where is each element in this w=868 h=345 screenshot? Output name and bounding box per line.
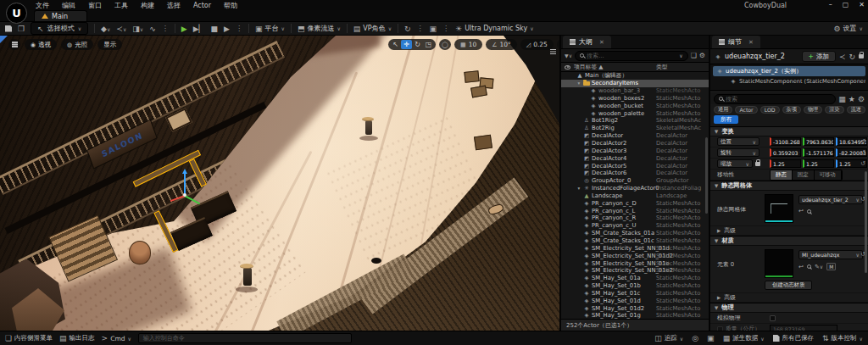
- level-viewport[interactable]: SALOON: [0, 36, 559, 331]
- rotate-tool[interactable]: ↻: [412, 40, 423, 49]
- outliner-row[interactable]: Bot2Rig SkeletalMeshAc: [561, 125, 709, 132]
- outliner-row[interactable]: SM_Hay_Set_01g StaticMeshActo: [561, 312, 709, 319]
- reset-scale-icon[interactable]: ↺: [860, 160, 865, 167]
- outliner-row[interactable]: PR_canyon_c_D StaticMeshActo: [561, 199, 709, 207]
- menu-item[interactable]: 编辑: [62, 1, 75, 10]
- stop-button[interactable]: ■: [211, 25, 219, 33]
- outliner-row[interactable]: DecalActor6 DecalActor: [561, 170, 709, 177]
- platforms-dropdown[interactable]: ▣ 平台 ∨: [255, 24, 285, 33]
- outliner-row[interactable]: wooden_bar_3 StaticMeshActo: [561, 87, 709, 95]
- advanced-row[interactable]: ▶ 高级: [710, 226, 868, 236]
- crate[interactable]: [474, 135, 492, 151]
- scale-y-input[interactable]: 1.25: [803, 159, 834, 168]
- filter-icon[interactable]: ▼∨: [565, 53, 572, 58]
- revision-control-dropdown[interactable]: ⇅ 版本控制 ∨: [822, 334, 863, 342]
- reset-rotation-icon[interactable]: ↺: [860, 149, 865, 156]
- scale-lock-icon[interactable]: [755, 162, 760, 166]
- favorites-icon[interactable]: ★: [849, 95, 855, 103]
- scale-tool[interactable]: ◳: [423, 40, 434, 49]
- mobility-stationary[interactable]: 固定: [793, 170, 815, 180]
- mass-input[interactable]: 168.873169: [770, 325, 837, 331]
- scale-dropdown[interactable]: 缩放∨: [717, 159, 753, 168]
- outliner-row[interactable]: PR_canyon_c_L StaticMeshActo: [561, 207, 709, 214]
- filter-chip[interactable]: 物理: [804, 106, 822, 114]
- component-child-row[interactable]: StaticMeshComponent (StaticMeshComponent…: [713, 76, 865, 86]
- section-static-mesh[interactable]: ▼静态网格体: [710, 181, 868, 191]
- material-m-badge[interactable]: M: [826, 263, 836, 270]
- move-tool[interactable]: ✛: [401, 40, 412, 49]
- outliner-row[interactable]: ▾ SecondaryItems: [561, 80, 709, 87]
- details-scrollbar[interactable]: [865, 171, 867, 273]
- outliner-row[interactable]: DecalActor4 DecalActor: [561, 154, 709, 162]
- crate[interactable]: [464, 70, 479, 83]
- outliner-row[interactable]: DecalActor DecalActor: [561, 132, 709, 140]
- render-icon[interactable]: ▣: [430, 25, 437, 33]
- vp-roles-dropdown[interactable]: ▤ VP角色 ∨: [353, 24, 392, 33]
- use-selected-asset-icon[interactable]: ↩: [798, 208, 804, 214]
- outliner-row[interactable]: PR_canyon_c_R StaticMeshActo: [561, 214, 709, 222]
- minimize-button[interactable]: –: [829, 1, 832, 8]
- filter-chip[interactable]: 通用: [714, 106, 732, 114]
- level-tab-main[interactable]: Main: [34, 10, 87, 21]
- gizmo-z-axis[interactable]: [184, 173, 186, 195]
- display-options-icon[interactable]: ▦: [838, 95, 846, 103]
- mobility-movable[interactable]: 可移动: [815, 170, 842, 180]
- outliner-row[interactable]: SM_Electricity_Set_NN_01e2 StaticMeshAct…: [561, 267, 709, 275]
- location-dropdown[interactable]: 位置∨: [717, 137, 760, 146]
- outliner-row[interactable]: wooden_palette StaticMeshActo: [561, 109, 709, 117]
- outliner-row[interactable]: SM_Hay_Set_01b StaticMeshActo: [561, 282, 709, 290]
- menu-item[interactable]: 窗口: [88, 1, 102, 10]
- pixel-streaming-dropdown[interactable]: ⬒ 像素流送 ∨: [298, 24, 341, 33]
- cinematics-icon[interactable]: ◨∨: [132, 25, 143, 33]
- menu-item[interactable]: 构建: [141, 1, 154, 10]
- static-mesh-asset-dropdown[interactable]: udeuahzqx_tier_2∨: [798, 195, 863, 204]
- dropped-hat[interactable]: [371, 258, 381, 264]
- outliner-row[interactable]: SM_Hay_Set_01a StaticMeshActo: [561, 275, 709, 282]
- visibility-column-icon[interactable]: [565, 65, 570, 70]
- outliner-row[interactable]: SM_Electricity_Set_NN_01e StaticMeshActo: [561, 259, 709, 267]
- outliner-row[interactable]: GroupActor_0 GroupActor: [561, 177, 709, 185]
- material-asset-dropdown[interactable]: MI_udeuahzqx∨: [798, 250, 863, 259]
- material-thumbnail[interactable]: [765, 249, 793, 278]
- outliner-row[interactable]: Landscape Landscape: [561, 192, 709, 200]
- expander-icon[interactable]: ▾: [576, 186, 581, 191]
- console-command-input[interactable]: 输入控制台命令: [138, 333, 352, 343]
- details-settings-icon[interactable]: ⚙: [858, 95, 865, 103]
- outliner-row[interactable]: SM_Hay_Set_01c StaticMeshActo: [561, 289, 709, 297]
- live-link-icon[interactable]: ↻: [404, 25, 411, 33]
- play-button[interactable]: ▶: [181, 25, 187, 33]
- outliner-row[interactable]: SM_Hay_Set_01d StaticMeshActo: [561, 297, 709, 304]
- use-selected-asset-icon[interactable]: ↩: [798, 264, 804, 270]
- outliner-row[interactable]: DecalActor5 DecalActor: [561, 162, 709, 170]
- save-icon[interactable]: [5, 25, 12, 32]
- close-button[interactable]: ✕: [859, 1, 865, 8]
- outliner-row[interactable]: wooden_boxes2 StaticMeshActo: [561, 95, 709, 103]
- live-link-options-icon[interactable]: ⋮: [417, 25, 424, 32]
- rotation-x-input[interactable]: 0.359203 °: [770, 148, 801, 157]
- render-options-icon[interactable]: ⋮: [442, 25, 449, 32]
- section-materials[interactable]: ▼材质: [710, 236, 868, 246]
- reset-icon[interactable]: ↻: [849, 53, 855, 61]
- tab-details[interactable]: 细节 ✕: [712, 36, 760, 48]
- menu-item[interactable]: 帮助: [224, 1, 237, 10]
- expander-icon[interactable]: ▾: [576, 81, 581, 86]
- rotation-dropdown[interactable]: 旋转∨: [717, 148, 760, 157]
- viewport-layout-menu[interactable]: [550, 42, 556, 58]
- content-drawer-button[interactable]: ❏ 内容侧滑菜单: [5, 334, 53, 342]
- details-search-input[interactable]: 搜索: [714, 94, 836, 104]
- perspective-dropdown[interactable]: ◉透视: [25, 39, 57, 50]
- rotation-y-input[interactable]: -1.571176 °: [803, 148, 834, 157]
- world-local-toggle[interactable]: ◯: [439, 39, 451, 50]
- mobility-static[interactable]: 静态: [771, 170, 793, 180]
- outliner-scrollbar[interactable]: [705, 137, 708, 214]
- overflow-menu-icon[interactable]: ⋮: [162, 25, 169, 32]
- reset-location-icon[interactable]: ↺: [860, 138, 865, 145]
- advanced-row-2[interactable]: ▶ 高级: [710, 293, 868, 303]
- trace-dropdown[interactable]: ◫ 追踪 ∨: [654, 334, 683, 342]
- menu-item[interactable]: 工具: [114, 1, 128, 10]
- rotation-snap-toggle[interactable]: ∠10°: [486, 39, 517, 50]
- browse-to-asset-icon[interactable]: [807, 264, 811, 269]
- launch-button[interactable]: ▶: [224, 25, 230, 33]
- outliner-row[interactable]: SM_Crate_Stacks_01c StaticMeshActo: [561, 237, 709, 245]
- filter-chip-all[interactable]: 所有: [714, 115, 738, 124]
